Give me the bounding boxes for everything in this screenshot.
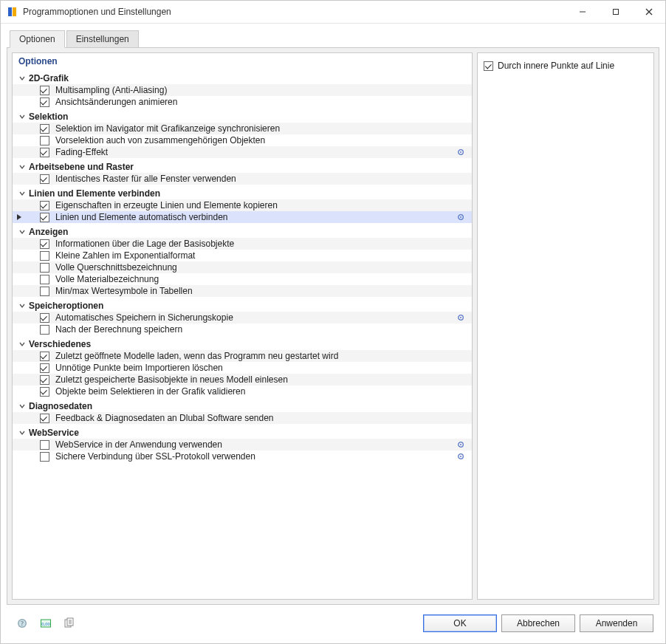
option-row-volle_qs[interactable]: Volle Querschnittsbezeichnung <box>13 261 472 273</box>
option-group: VerschiedenesZuletzt geöffnete Modelle l… <box>13 338 472 397</box>
option-checkbox[interactable] <box>40 251 49 261</box>
units-button[interactable]: 0,00 <box>36 614 55 632</box>
option-row-feedback_senden[interactable]: Feedback & Diagnosedaten an Dlubal Softw… <box>13 412 472 424</box>
option-checkbox[interactable] <box>40 201 49 210</box>
option-checkbox-cell <box>26 263 52 273</box>
cancel-button[interactable]: Abbrechen <box>501 614 575 632</box>
option-checkbox-cell <box>26 148 52 157</box>
svg-point-16 <box>460 456 461 457</box>
option-row-ws_ssl[interactable]: Sichere Verbindung über SSL-Protokoll ve… <box>13 451 472 462</box>
window-title: Programmoptionen und Einstellungen <box>23 7 566 17</box>
option-group-title: WebService <box>29 428 79 438</box>
option-checkbox[interactable] <box>40 352 49 361</box>
option-group-header[interactable]: Arbeitsebene und Raster <box>13 161 472 173</box>
client-area: Optionen Einstellungen Optionen 2D-Grafi… <box>1 24 665 643</box>
option-row-sel_sync[interactable]: Selektion im Navigator mit Grafikanzeige… <box>13 123 472 134</box>
help-button[interactable]: ? <box>13 614 32 632</box>
option-row-vorsel[interactable]: Vorselektion auch von zusammengehörigen … <box>13 134 472 146</box>
gear-icon[interactable] <box>454 441 467 448</box>
option-group-header[interactable]: Linien und Elemente verbinden <box>13 188 472 199</box>
option-checkbox[interactable] <box>40 174 49 184</box>
option-checkbox[interactable] <box>40 97 49 107</box>
footer: ? 0,00 OK Abbrechen Anwenden <box>7 609 659 637</box>
option-row-ws_verwenden[interactable]: WebService in der Anwendung verwenden <box>13 439 472 451</box>
option-checkbox[interactable] <box>40 363 49 373</box>
close-button[interactable] <box>632 1 665 23</box>
tab-optionen[interactable]: Optionen <box>10 30 65 48</box>
option-label: WebService in der Anwendung verwenden <box>52 439 454 451</box>
option-row-fading[interactable]: Fading-Effekt <box>13 146 472 158</box>
gear-icon[interactable] <box>454 453 467 460</box>
maximize-button[interactable] <box>599 1 632 23</box>
option-group-title: Selektion <box>29 112 68 122</box>
gear-icon[interactable] <box>454 314 467 321</box>
option-row-info_lage[interactable]: Informationen über die Lage der Basisobj… <box>13 238 472 250</box>
option-group-header[interactable]: Selektion <box>13 111 472 123</box>
option-checkbox[interactable] <box>40 213 49 222</box>
option-row-zuletzt_basis[interactable]: Zuletzt gespeicherte Basisobjekte in neu… <box>13 374 472 386</box>
option-group-header[interactable]: Anzeigen <box>13 226 472 238</box>
option-row-eigenschaften_kopieren[interactable]: Eigenschaften in erzeugte Linien und Ele… <box>13 199 472 211</box>
option-row-autosave_bak[interactable]: Automatisches Speichern in Sicherungskop… <box>13 312 472 323</box>
gear-icon[interactable] <box>454 213 467 221</box>
option-checkbox[interactable] <box>40 414 49 423</box>
option-row-volle_mat[interactable]: Volle Materialbezeichnung <box>13 273 472 285</box>
option-row-unnoetige_pts[interactable]: Unnötige Punkte beim Importieren löschen <box>13 362 472 374</box>
right-panel: Durch innere Punkte auf Linie <box>477 52 654 600</box>
option-row-zuletzt_laden[interactable]: Zuletzt geöffnete Modelle laden, wenn da… <box>13 350 472 362</box>
minimize-button[interactable] <box>566 1 599 23</box>
option-row-kleine_exp[interactable]: Kleine Zahlen im Exponentialformat <box>13 250 472 261</box>
option-group-header[interactable]: WebService <box>13 427 472 439</box>
option-checkbox[interactable] <box>40 387 49 397</box>
copy-settings-button[interactable] <box>60 614 79 632</box>
chevron-down-icon <box>17 190 27 197</box>
option-checkbox[interactable] <box>40 148 49 157</box>
option-checkbox[interactable] <box>40 124 49 134</box>
option-checkbox[interactable] <box>40 239 49 249</box>
option-row-multisampling[interactable]: Multisampling (Anti-Aliasing) <box>13 84 472 96</box>
options-tree[interactable]: 2D-GrafikMultisampling (Anti-Aliasing)An… <box>13 69 472 599</box>
option-row-linien_auto_verbinden[interactable]: Linien und Elemente automatisch verbinde… <box>13 211 472 223</box>
chevron-down-icon <box>17 429 27 436</box>
apply-button[interactable]: Anwenden <box>580 614 653 632</box>
option-group-header[interactable]: 2D-Grafik <box>13 72 472 84</box>
option-row-ansicht_anim[interactable]: Ansichtsänderungen animieren <box>13 96 472 108</box>
option-checkbox-cell <box>26 287 52 296</box>
option-checkbox[interactable] <box>40 86 49 95</box>
option-group-title: Anzeigen <box>29 227 68 237</box>
option-row-minmax_tab[interactable]: Min/max Wertesymbole in Tabellen <box>13 285 472 297</box>
tab-einstellungen[interactable]: Einstellungen <box>66 30 139 47</box>
option-label: Nach der Berechnung speichern <box>52 323 454 335</box>
option-checkbox[interactable] <box>40 440 49 450</box>
gear-icon[interactable] <box>454 148 467 156</box>
svg-rect-3 <box>613 10 618 15</box>
option-checkbox[interactable] <box>40 452 49 462</box>
option-group-title: Verschiedenes <box>29 339 91 349</box>
option-group-header[interactable]: Verschiedenes <box>13 338 472 350</box>
option-label: Vorselektion auch von zusammengehörigen … <box>52 134 454 146</box>
option-checkbox[interactable] <box>40 375 49 385</box>
option-group: SelektionSelektion im Navigator mit Graf… <box>13 111 472 158</box>
option-checkbox[interactable] <box>40 313 49 323</box>
option-checkbox-cell <box>26 325 52 335</box>
option-row-raster_alle[interactable]: Identisches Raster für alle Fenster verw… <box>13 173 472 185</box>
option-row-validieren[interactable]: Objekte beim Selektieren in der Grafik v… <box>13 386 472 397</box>
option-group-title: Arbeitsebene und Raster <box>29 162 134 172</box>
option-group: Arbeitsebene und RasterIdentisches Raste… <box>13 161 472 185</box>
option-checkbox[interactable] <box>40 275 49 284</box>
option-row-save_after_calc[interactable]: Nach der Berechnung speichern <box>13 323 472 335</box>
option-checkbox-cell <box>26 313 52 323</box>
option-group-header[interactable]: Speicheroptionen <box>13 300 472 312</box>
chevron-down-icon <box>17 402 27 410</box>
option-checkbox[interactable] <box>40 325 49 335</box>
through-inner-points-checkbox[interactable] <box>484 61 493 71</box>
option-checkbox[interactable] <box>40 136 49 145</box>
option-checkbox-cell <box>26 363 52 373</box>
option-checkbox[interactable] <box>40 287 49 296</box>
option-label: Volle Materialbezeichnung <box>52 273 454 285</box>
chevron-down-icon <box>17 75 27 82</box>
caption-buttons <box>566 1 665 23</box>
ok-button[interactable]: OK <box>423 614 497 632</box>
option-group-header[interactable]: Diagnosedaten <box>13 400 472 412</box>
option-checkbox[interactable] <box>40 263 49 273</box>
